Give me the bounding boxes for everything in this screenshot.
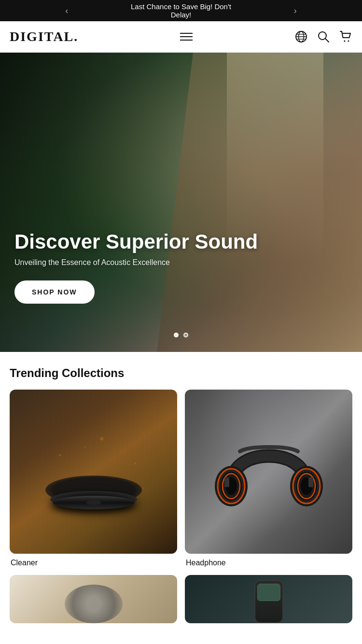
- smartwatch-image: [185, 575, 352, 623]
- logo[interactable]: DIGITAL.: [10, 29, 78, 44]
- header: DIGITAL.: [0, 21, 362, 53]
- svg-rect-23: [224, 477, 229, 487]
- globe-icon[interactable]: [294, 30, 308, 43]
- hero-person-silhouette: [121, 53, 362, 352]
- svg-point-8: [348, 41, 349, 42]
- shop-now-button[interactable]: SHOP NOW: [14, 280, 95, 304]
- announcement-prev-arrow[interactable]: ‹: [10, 6, 124, 16]
- announcement-text: Last Chance to Save Big! Don't Delay!: [124, 2, 238, 19]
- trending-section: Trending Collections Cleaner: [0, 352, 362, 638]
- headphone-image: [185, 390, 352, 554]
- menu-icon[interactable]: [180, 33, 193, 41]
- hero-content: Discover Superior Sound Unveiling the Es…: [14, 230, 258, 304]
- hero-slider: Discover Superior Sound Unveiling the Es…: [0, 53, 362, 352]
- product-card-headphone[interactable]: Headphone: [185, 390, 352, 567]
- product-card-cleaner[interactable]: Cleaner: [10, 390, 177, 567]
- cleaner-label: Cleaner: [10, 559, 38, 567]
- cleaner-image: [10, 390, 177, 554]
- product-grid: Cleaner: [10, 390, 352, 628]
- svg-point-7: [344, 41, 345, 42]
- product-card-speaker[interactable]: [10, 575, 177, 628]
- announcement-bar: ‹ Last Chance to Save Big! Don't Delay! …: [0, 0, 362, 21]
- announcement-next-arrow[interactable]: ›: [238, 6, 352, 16]
- header-icons: [294, 30, 352, 43]
- section-title: Trending Collections: [10, 366, 352, 380]
- headphone-label: Headphone: [185, 559, 226, 567]
- product-card-smartwatch[interactable]: [185, 575, 352, 628]
- hero-title: Discover Superior Sound: [14, 230, 258, 253]
- search-icon[interactable]: [317, 30, 330, 43]
- hero-background: [0, 53, 362, 352]
- slider-dot-2[interactable]: [183, 333, 188, 337]
- slider-dot-1[interactable]: [174, 333, 179, 337]
- hero-subtitle: Unveiling the Essence of Acoustic Excell…: [14, 258, 258, 267]
- cart-icon[interactable]: [339, 30, 352, 43]
- speaker-image: [10, 575, 177, 623]
- slider-dots: [174, 333, 188, 337]
- headphone-illustration: [206, 409, 332, 534]
- cleaner-disc: [53, 496, 135, 509]
- svg-rect-24: [308, 477, 313, 487]
- svg-line-6: [325, 39, 329, 42]
